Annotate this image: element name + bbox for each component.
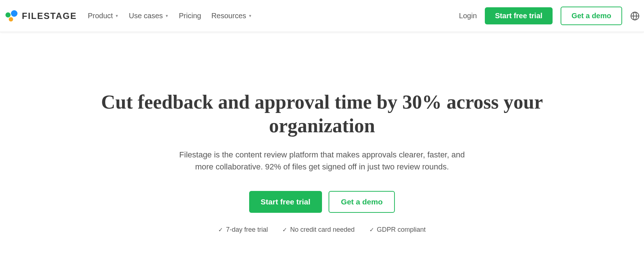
check-icon: ✓ — [218, 226, 223, 233]
nav-pricing[interactable]: Pricing — [179, 12, 201, 20]
hero-subtext: Filestage is the content review platform… — [173, 149, 471, 173]
site-header: FILESTAGE Product ▼ Use cases ▼ Pricing … — [0, 0, 644, 32]
hero-get-demo-button[interactable]: Get a demo — [329, 191, 395, 213]
svg-point-1 — [11, 10, 17, 17]
chevron-down-icon: ▼ — [165, 14, 169, 18]
logo-text: FILESTAGE — [22, 11, 77, 21]
hero-start-trial-button[interactable]: Start free trial — [249, 191, 322, 213]
svg-point-2 — [9, 17, 13, 21]
benefit-label: No credit card needed — [290, 226, 354, 234]
language-selector[interactable] — [630, 11, 640, 21]
logo-icon — [4, 10, 19, 22]
benefit-item: ✓ 7-day free trial — [218, 226, 268, 234]
get-demo-button[interactable]: Get a demo — [561, 7, 622, 25]
chevron-down-icon: ▼ — [248, 14, 252, 18]
nav-label: Use cases — [129, 12, 163, 20]
check-icon: ✓ — [369, 226, 374, 233]
chevron-down-icon: ▼ — [115, 14, 119, 18]
login-link[interactable]: Login — [459, 12, 477, 20]
nav-use-cases[interactable]: Use cases ▼ — [129, 12, 169, 20]
nav-label: Pricing — [179, 12, 201, 20]
hero-headline: Cut feedback and approval time by 30% ac… — [73, 90, 571, 138]
check-icon: ✓ — [282, 226, 287, 233]
logo[interactable]: FILESTAGE — [4, 10, 77, 22]
benefit-item: ✓ No credit card needed — [282, 226, 354, 234]
hero-cta: Start free trial Get a demo — [73, 191, 571, 213]
nav-label: Resources — [211, 12, 246, 20]
benefit-label: 7-day free trial — [226, 226, 268, 234]
start-trial-button[interactable]: Start free trial — [485, 7, 553, 24]
hero-section: Cut feedback and approval time by 30% ac… — [0, 32, 644, 248]
hero-benefits: ✓ 7-day free trial ✓ No credit card need… — [73, 226, 571, 234]
nav-resources[interactable]: Resources ▼ — [211, 12, 252, 20]
svg-point-0 — [5, 12, 11, 17]
main-nav: Product ▼ Use cases ▼ Pricing Resources … — [88, 12, 252, 20]
benefit-label: GDPR compliant — [377, 226, 426, 234]
nav-product[interactable]: Product ▼ — [88, 12, 119, 20]
globe-icon — [630, 11, 640, 21]
nav-label: Product — [88, 12, 113, 20]
benefit-item: ✓ GDPR compliant — [369, 226, 426, 234]
header-actions: Login Start free trial Get a demo — [459, 7, 640, 25]
